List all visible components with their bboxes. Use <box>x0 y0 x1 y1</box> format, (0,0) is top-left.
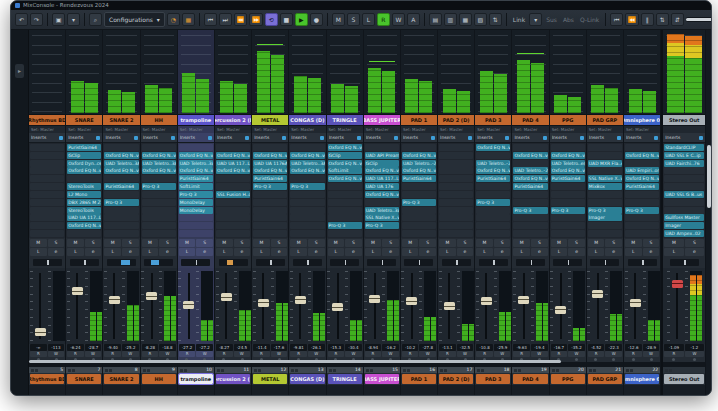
insert-slot[interactable]: UAD UA 176 <box>365 183 399 190</box>
insert-slot[interactable]: Oxford EQ N..ve <box>253 152 287 159</box>
rack-bypass-icon[interactable] <box>617 136 621 140</box>
fader-track[interactable] <box>72 271 83 341</box>
edit-button[interactable]: e <box>85 248 102 256</box>
mute-button[interactable]: M <box>142 239 159 247</box>
insert-slot[interactable]: Oxford EQ N..ve <box>104 167 138 174</box>
mute-all-button[interactable]: M <box>332 13 345 26</box>
listen-button[interactable]: L <box>67 248 84 256</box>
fader-track[interactable] <box>518 271 529 341</box>
channel-order-button[interactable]: ⇅ <box>656 13 669 26</box>
edit-button[interactable]: e <box>605 248 622 256</box>
insert-slot-empty[interactable] <box>588 191 622 198</box>
channel-name[interactable]: Omnisphere 01 <box>625 374 659 384</box>
insert-slot-empty[interactable] <box>513 214 547 221</box>
insert-slot-empty[interactable] <box>402 144 436 151</box>
pan-control[interactable] <box>107 259 136 266</box>
listen-button[interactable]: L <box>290 248 307 256</box>
listen-button[interactable]: L <box>253 248 270 256</box>
insert-slot[interactable]: GClip <box>365 160 399 167</box>
insert-slot-empty[interactable] <box>30 183 64 190</box>
insert-slot-empty[interactable] <box>104 214 138 221</box>
snapshots-icon[interactable]: ▦ <box>182 13 195 26</box>
insert-slot-empty[interactable] <box>476 230 510 237</box>
insert-slot-empty[interactable] <box>402 222 436 229</box>
insert-slot-empty[interactable] <box>216 183 250 190</box>
channel-name[interactable]: Percussion 2 (D) <box>216 374 250 384</box>
rack-bypass-icon[interactable] <box>468 136 472 140</box>
fader-track[interactable] <box>258 271 269 341</box>
insert-slot-empty[interactable] <box>551 222 585 229</box>
insert-slot[interactable]: Pro-Q 3 <box>513 207 547 214</box>
fader-cap[interactable] <box>109 296 120 304</box>
listen-button[interactable]: L <box>513 248 530 256</box>
insert-slot-empty[interactable] <box>104 175 138 182</box>
insert-slot-empty[interactable] <box>551 230 585 237</box>
channel-edit-dot[interactable] <box>594 358 597 361</box>
channel-name[interactable]: SNARE 2 <box>104 374 138 384</box>
insert-slot[interactable]: Oxford EQ N..ve <box>142 167 176 174</box>
insert-slot[interactable]: SoftLimit <box>328 167 362 174</box>
insert-slot-empty[interactable] <box>142 214 176 221</box>
pan-control[interactable] <box>33 259 62 266</box>
routing-label[interactable]: Set: Master <box>364 126 400 133</box>
pause-button[interactable]: ‖ <box>641 13 654 26</box>
insert-slot[interactable]: Oxford EQ N..ve <box>179 152 213 159</box>
insert-slot-empty[interactable] <box>664 183 704 190</box>
insert-slot[interactable]: Pro-Q 3 <box>625 207 659 214</box>
insert-slot-empty[interactable] <box>439 167 473 174</box>
insert-slot[interactable]: Oxford EQ N..ve <box>625 175 659 182</box>
edit-button[interactable]: e <box>643 248 660 256</box>
fader-value[interactable]: -8.28 <box>142 344 159 351</box>
rack-bypass-icon[interactable] <box>394 136 398 140</box>
pan-control[interactable] <box>516 259 545 266</box>
fader-track[interactable] <box>444 271 455 341</box>
fader-value[interactable]: -∞ <box>30 344 47 351</box>
undo-button[interactable]: ↶ <box>15 13 28 26</box>
mute-button[interactable]: M <box>551 239 568 247</box>
fader-track[interactable] <box>555 271 566 341</box>
edit-button[interactable]: e <box>457 248 474 256</box>
fader-cap[interactable] <box>406 297 417 305</box>
channel-name[interactable]: BASS JUPITER <box>365 374 399 384</box>
listen-button[interactable]: L <box>30 248 47 256</box>
edit-button[interactable]: e <box>382 248 399 256</box>
insert-slot-empty[interactable] <box>625 160 659 167</box>
channel-name-header[interactable]: Rhythmus BD <box>29 115 65 126</box>
insert-slot-empty[interactable] <box>253 214 287 221</box>
listen-button[interactable]: L <box>402 248 419 256</box>
mute-button[interactable]: M <box>30 239 47 247</box>
rack-bypass-icon[interactable] <box>59 136 63 140</box>
insert-slot[interactable]: Oxford EQ N..ve <box>253 167 287 174</box>
insert-slot[interactable]: Pro-Q 3 <box>365 222 399 229</box>
insert-slot-empty[interactable] <box>476 214 510 221</box>
insert-slot[interactable]: UAD Teletro..-2 <box>513 167 547 174</box>
solo-button[interactable]: S <box>85 239 102 247</box>
insert-slot[interactable]: PuristGain64 <box>179 175 213 182</box>
insert-slot[interactable]: SSL Native X..v6 <box>588 175 622 182</box>
inserts-rack-header[interactable]: Inserts <box>587 133 623 143</box>
insert-slot[interactable]: PuristGain64 <box>476 175 510 182</box>
fader-cap[interactable] <box>183 301 194 309</box>
insert-slot[interactable]: DBX 286S M Z <box>67 199 101 206</box>
insert-slot[interactable]: Pro-Q 3 <box>253 183 287 190</box>
insert-slot[interactable]: MonoDelay <box>179 207 213 214</box>
pan-control[interactable] <box>553 259 582 266</box>
fader-track[interactable] <box>630 271 641 341</box>
insert-slot-empty[interactable] <box>439 183 473 190</box>
insert-slot[interactable]: UAD UA 117..LA <box>216 160 250 167</box>
fader-cap[interactable] <box>369 295 380 303</box>
insert-slot-empty[interactable] <box>216 230 250 237</box>
fader-value[interactable]: -10.2 <box>402 344 419 351</box>
insert-slot[interactable]: Oxford Dyn..cs <box>67 160 101 167</box>
mute-button[interactable]: M <box>513 239 530 247</box>
inserts-rack-header[interactable]: Inserts <box>550 133 586 143</box>
insert-slot-empty[interactable] <box>30 175 64 182</box>
fader-cap[interactable] <box>221 293 232 301</box>
insert-slot-empty[interactable] <box>625 199 659 206</box>
insert-slot[interactable]: Gullfoss Master <box>664 214 704 221</box>
insert-slot[interactable]: Imager <box>588 214 622 221</box>
insert-slot[interactable]: Oxford EQ N..ve <box>513 152 547 159</box>
rack-bypass-icon[interactable] <box>654 136 658 140</box>
rack-bypass-icon[interactable] <box>580 136 584 140</box>
insert-slot-empty[interactable] <box>513 230 547 237</box>
